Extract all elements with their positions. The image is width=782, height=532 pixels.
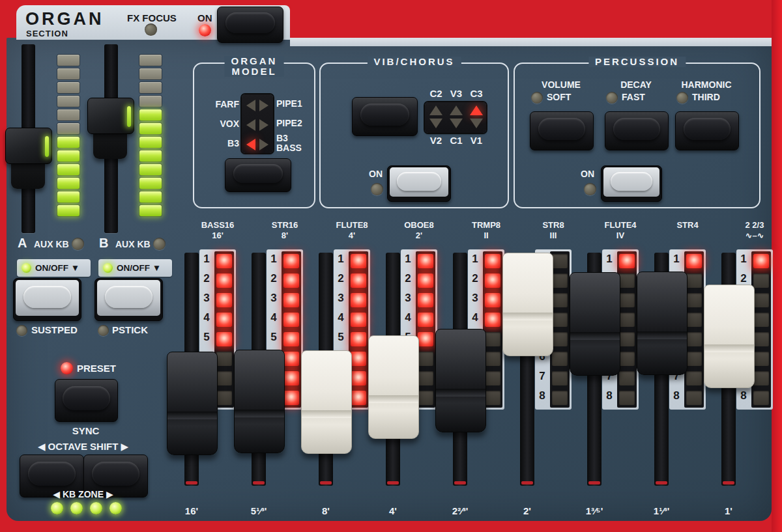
percussion-on-label: ON bbox=[581, 169, 594, 179]
drawbar-led-off bbox=[216, 371, 232, 385]
meter-segment bbox=[57, 123, 80, 134]
drawbar-handle-6[interactable] bbox=[502, 253, 553, 356]
drawbar-number: 1 bbox=[199, 253, 214, 266]
meter-segment bbox=[139, 82, 162, 93]
sustped-label: SUSTPED bbox=[31, 324, 78, 335]
drawbar-subname-3: 4' bbox=[331, 231, 373, 240]
drawbar-led-off bbox=[552, 273, 568, 288]
percussion-harmonic-button[interactable] bbox=[675, 111, 739, 150]
drawbar-handle-3[interactable] bbox=[301, 350, 352, 454]
organ-model-option-vox: VOX bbox=[220, 119, 239, 129]
drawbar-led-off bbox=[686, 273, 702, 288]
drawbar-led-off bbox=[418, 352, 433, 366]
aux-b-onoff-strip[interactable]: ON/OFF ▼ bbox=[98, 259, 172, 277]
meter-segment bbox=[57, 109, 80, 120]
drawbar-handle-9[interactable] bbox=[704, 285, 755, 388]
drawbar-number: 4 bbox=[468, 311, 482, 324]
drawbar-number: 8 bbox=[535, 389, 549, 402]
drawbar-led-lit bbox=[418, 254, 433, 268]
drawbar-led-off bbox=[619, 293, 635, 307]
vib-arrow-up-v3 bbox=[450, 105, 463, 115]
aux-b-button[interactable] bbox=[94, 278, 163, 321]
vib-label-c3: C3 bbox=[467, 88, 485, 99]
meter-segment bbox=[139, 137, 162, 148]
organ-model-option-pipe1: PIPE1 bbox=[276, 99, 314, 109]
percussion-on-button[interactable] bbox=[601, 165, 662, 202]
organ-model-title: ORGANMODEL bbox=[225, 56, 284, 77]
drawbar-name-7: FLUTE4 bbox=[600, 220, 641, 230]
drawbar-handle-7[interactable] bbox=[570, 272, 620, 376]
aux-a-button[interactable] bbox=[13, 278, 81, 321]
drawbar-led-lit bbox=[283, 352, 299, 366]
drawbar-led-off bbox=[753, 313, 769, 327]
header-thin-strip bbox=[290, 38, 772, 46]
drawbar-footage-4: 4' bbox=[364, 505, 422, 516]
drawbar-led-lit bbox=[283, 332, 299, 346]
drawbar-led-off bbox=[216, 352, 232, 366]
preset-label: PRESET bbox=[77, 363, 116, 374]
vib-on-button[interactable] bbox=[387, 165, 451, 202]
meter-segment bbox=[139, 123, 162, 134]
drawbar-handle-5[interactable] bbox=[435, 329, 486, 432]
page-subtitle: SECTION bbox=[26, 29, 68, 38]
level-meter-a bbox=[57, 55, 81, 219]
drawbar-number: 7 bbox=[535, 370, 549, 383]
drawbar-handle-1[interactable] bbox=[167, 352, 218, 455]
drawbar-led-lit bbox=[351, 254, 366, 268]
drawbar-handle-4[interactable] bbox=[368, 335, 419, 439]
organ-model-arrow-right bbox=[259, 119, 268, 131]
drawbar-led-off bbox=[686, 332, 702, 346]
drawbar-footage-7: 1³⁄⁵' bbox=[565, 505, 624, 516]
meter-segment bbox=[57, 205, 80, 216]
drawbar-led-off bbox=[619, 273, 635, 288]
kb-zone-led bbox=[90, 502, 102, 514]
percussion-decay-label: DECAY bbox=[598, 79, 674, 90]
volume-fader-a-handle[interactable] bbox=[5, 128, 52, 164]
drawbar-subname-2: 8' bbox=[264, 231, 306, 240]
drawbar-led-off bbox=[686, 371, 702, 385]
drawbar-led-lit bbox=[351, 273, 366, 288]
percussion-volume-button[interactable] bbox=[530, 111, 594, 150]
drawbar-led-lit bbox=[283, 293, 299, 307]
organ-model-select-button[interactable] bbox=[225, 158, 291, 192]
drawbar-led-lit bbox=[418, 273, 433, 288]
meter-segment bbox=[57, 150, 80, 161]
drawbar-handle-2[interactable] bbox=[234, 350, 285, 453]
drawbar-number: 5 bbox=[334, 331, 348, 344]
sync-button[interactable] bbox=[55, 379, 118, 422]
aux-b-onoff-led bbox=[103, 263, 113, 273]
drawbar-led-off bbox=[552, 371, 568, 385]
page-title: ORGAN bbox=[25, 9, 104, 29]
drawbar-name-6: STR8 bbox=[532, 220, 574, 230]
meter-segment bbox=[57, 82, 80, 93]
drawbar-led-off bbox=[753, 391, 769, 405]
drawbar-number: 2 bbox=[334, 272, 348, 285]
drawbar-name-2: STR16 bbox=[264, 220, 306, 230]
drawbar-led-off bbox=[485, 352, 500, 366]
drawbar-number: 4 bbox=[334, 311, 348, 324]
drawbar-led-off bbox=[686, 391, 702, 405]
drawbar-handle-8[interactable] bbox=[637, 272, 688, 375]
drawbar-number: 3 bbox=[334, 292, 348, 305]
vib-label-c2: C2 bbox=[427, 88, 445, 99]
aux-a-onoff-strip[interactable]: ON/OFF ▼ bbox=[17, 259, 91, 277]
volume-fader-b-handle[interactable] bbox=[87, 98, 134, 134]
drawbar-led-lit bbox=[351, 293, 366, 307]
meter-segment bbox=[139, 109, 162, 120]
organ-on-button[interactable] bbox=[217, 7, 283, 43]
kb-zone-led bbox=[109, 502, 122, 514]
vib-chorus-select-button[interactable] bbox=[352, 97, 418, 136]
drawbar-led-lit bbox=[485, 313, 500, 327]
meter-segment bbox=[57, 68, 80, 79]
drawbar-led-off bbox=[686, 352, 702, 366]
percussion-decay-button[interactable] bbox=[605, 111, 669, 150]
drawbar-led-lit bbox=[283, 273, 299, 288]
drawbar-footage-6: 2' bbox=[498, 505, 557, 516]
aux-a-onoff-led bbox=[22, 263, 31, 273]
aux-b-onoff-label: ON/OFF ▼ bbox=[117, 263, 161, 273]
drawbar-number: 8 bbox=[602, 389, 616, 402]
drawbar-led-lit bbox=[283, 371, 299, 385]
vib-on-label: ON bbox=[369, 169, 383, 179]
volume-fader-b-skirt bbox=[93, 130, 127, 159]
drawbar-led-lit bbox=[351, 313, 366, 327]
